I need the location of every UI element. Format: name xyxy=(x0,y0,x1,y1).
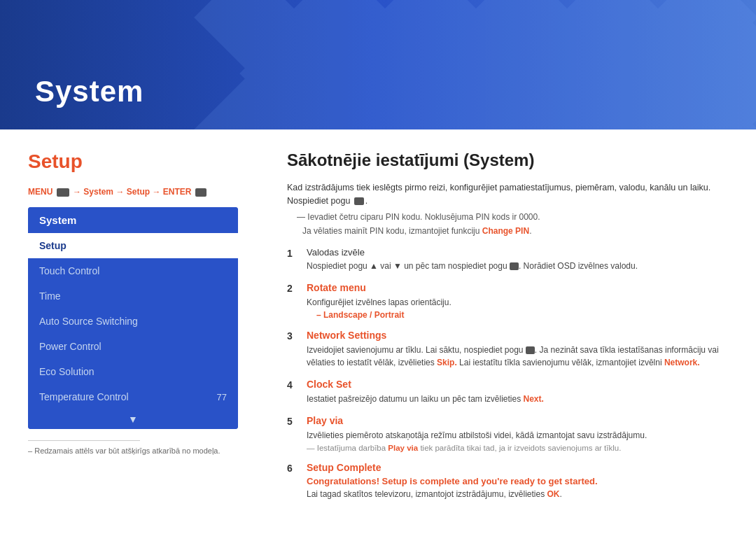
step-2-sub: Landscape / Portrait xyxy=(316,310,721,320)
remote-icon xyxy=(354,197,364,205)
menu-item-auto-source[interactable]: Auto Source Switching xyxy=(28,309,238,334)
step-4-heading: Clock Set xyxy=(307,379,721,390)
intro-text: Kad izstrādājums tiek ieslēgts pirmo rei… xyxy=(287,181,721,208)
setup-title: Setup xyxy=(28,150,238,173)
menu-item-temperature[interactable]: Temperature Control 77 xyxy=(28,384,238,409)
header: System xyxy=(0,0,756,129)
final-text: Lai tagad skatītos televizoru, izmantojo… xyxy=(307,489,721,499)
pin-change-text: Ja vēlaties mainīt PIN kodu, izmantojiet… xyxy=(297,225,721,237)
step-3: 3 Network Settings Izveidojiet savienoju… xyxy=(287,330,721,369)
step-1: 1 Valodas izvēle Nospiediet pogu ▲ vai ▼… xyxy=(287,247,721,272)
enter-icon-2 xyxy=(510,262,519,270)
system-menu: System Setup Touch Control Time Auto Sou… xyxy=(28,207,238,429)
step-6: 6 Setup Complete Congratulations! Setup … xyxy=(287,462,721,499)
step-5-desc: Izvēlieties piemēroto atskaņotāja režīmu… xyxy=(307,429,721,442)
enter-icon-3 xyxy=(526,346,535,354)
system-menu-header: System xyxy=(28,207,238,233)
footnote: – Redzamais attēls var būt atšķirīgs atk… xyxy=(28,447,238,455)
steps-list: 1 Valodas izvēle Nospiediet pogu ▲ vai ▼… xyxy=(287,247,721,499)
right-panel: Sākotnējie iestatījumi (System) Kad izst… xyxy=(266,129,756,534)
menu-path: MENU → System → Setup → ENTER xyxy=(28,187,238,197)
page-title: System xyxy=(35,75,144,108)
step-4: 4 Clock Set Iestatiet pašreizējo datumu … xyxy=(287,379,721,405)
scroll-down-indicator[interactable]: ▼ xyxy=(28,409,238,429)
pin-text: — Ievadiet četru ciparu PIN kodu. Noklus… xyxy=(297,211,721,223)
step-5-heading: Play via xyxy=(307,415,721,426)
menu-item-setup[interactable]: Setup xyxy=(28,233,238,258)
congrats-text: Congratulations! Setup is complete and y… xyxy=(307,476,721,486)
menu-icon xyxy=(57,188,69,197)
enter-icon xyxy=(195,188,206,197)
left-panel: Setup MENU → System → Setup → ENTER Syst… xyxy=(0,129,266,534)
step-3-heading: Network Settings xyxy=(307,330,721,341)
main-content: Setup MENU → System → Setup → ENTER Syst… xyxy=(0,129,756,534)
step-1-heading: Valodas izvēle xyxy=(307,247,721,258)
menu-item-eco-solution[interactable]: Eco Solution xyxy=(28,359,238,384)
temperature-number: 77 xyxy=(217,392,227,402)
step-6-heading: Setup Complete xyxy=(307,462,721,473)
temperature-label: Temperature Control xyxy=(39,391,129,402)
step-2: 2 Rotate menu Konfigurējiet izvēlnes lap… xyxy=(287,282,721,320)
step-3-desc: Izveidojiet savienojumu ar tīklu. Lai sā… xyxy=(307,344,721,369)
menu-item-power-control[interactable]: Power Control xyxy=(28,334,238,359)
step-5-note: — Iestatījuma darbība Play via tiek parā… xyxy=(307,444,721,452)
step-4-desc: Iestatiet pašreizējo datumu un laiku un … xyxy=(307,393,721,405)
step-2-desc: Konfigurējiet izvēlnes lapas orientāciju… xyxy=(307,296,721,309)
footnote-divider xyxy=(28,440,140,441)
menu-item-touch-control[interactable]: Touch Control xyxy=(28,258,238,283)
step-5: 5 Play via Izvēlieties piemēroto atskaņo… xyxy=(287,415,721,452)
menu-item-time[interactable]: Time xyxy=(28,283,238,309)
change-pin-link: Change PIN xyxy=(482,226,529,236)
section-title: Sākotnējie iestatījumi (System) xyxy=(287,150,721,170)
step-2-heading: Rotate menu xyxy=(307,282,721,293)
step-1-desc: Nospiediet pogu ▲ vai ▼ un pēc tam nospi… xyxy=(307,260,721,272)
